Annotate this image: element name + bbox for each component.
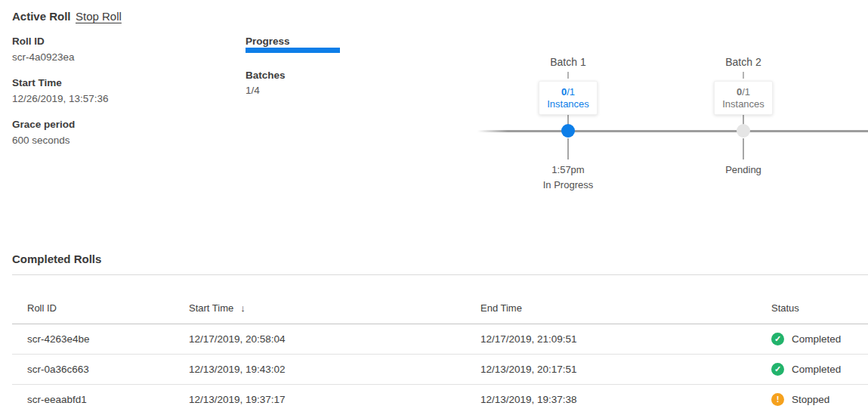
grace-period-value: 600 seconds: [12, 135, 75, 146]
cell-start-time: 12/13/2019, 19:43:02: [189, 364, 480, 375]
status-text: Completed: [792, 364, 841, 375]
batch-instances-label: Instances: [715, 98, 772, 110]
cell-start-time: 12/13/2019, 19:37:17: [189, 394, 480, 405]
column-header-start-time[interactable]: Start Time↓: [189, 302, 480, 324]
cell-roll-id: scr-eeaabfd1: [27, 394, 189, 405]
cell-status: ✓ Completed: [771, 363, 868, 376]
start-time-value: 12/26/2019, 13:57:36: [12, 93, 109, 104]
batch-connector-bottom: [567, 138, 569, 160]
check-circle-icon: ✓: [771, 363, 784, 376]
batch-tick: [567, 72, 569, 79]
progress-bar-fill: [246, 48, 340, 53]
batch-connector-bottom: [743, 138, 744, 160]
batch-instances-card[interactable]: 0/1 Instances: [539, 81, 598, 115]
progress-bar: [246, 48, 340, 53]
batch-instance-count: 0/1: [715, 86, 772, 98]
column-header-status[interactable]: Status: [771, 302, 868, 324]
batch-tick: [743, 72, 744, 79]
column-header-start-time-label: Start Time: [189, 302, 233, 314]
timeline-batch-2: Batch 2 0/1 Instances Pending: [683, 45, 804, 200]
grace-period-label: Grace period: [12, 119, 75, 130]
start-time-label: Start Time: [12, 77, 109, 88]
active-roll-title: Active Roll: [12, 10, 71, 23]
batch-status-dot: [561, 124, 575, 138]
batch-instances-label: Instances: [539, 98, 597, 110]
cell-roll-id: scr-4263e4be: [27, 333, 189, 345]
batch-status-label: In Progress: [508, 179, 629, 191]
cell-end-time: 12/17/2019, 21:09:51: [480, 333, 771, 345]
cell-end-time: 12/13/2019, 19:37:38: [480, 394, 771, 405]
status-text: Completed: [792, 333, 841, 345]
roll-id-value: scr-4a0923ea: [12, 51, 75, 63]
status-text: Stopped: [792, 394, 829, 405]
batch-name: Batch 1: [508, 56, 629, 68]
cell-status: ! Stopped: [771, 393, 868, 406]
table-header-row: Roll ID Start Time↓ End Time Status: [12, 275, 868, 324]
roll-id-label: Roll ID: [12, 36, 75, 47]
batch-time-label: 1:57pm: [508, 164, 629, 175]
roll-id-field: Roll ID scr-4a0923ea: [12, 36, 75, 63]
cell-roll-id: scr-0a36c663: [27, 364, 189, 375]
batches-value: 1/4: [246, 85, 260, 96]
cell-start-time: 12/17/2019, 20:58:04: [189, 333, 480, 345]
batch-status-label: Pending: [683, 164, 804, 175]
timeline-batch-1: Batch 1 0/1 Instances 1:57pm In Progress: [508, 45, 629, 200]
stop-roll-link[interactable]: Stop Roll: [76, 10, 122, 23]
completed-rolls-section: Completed Rolls Roll ID Start Time↓ End …: [12, 252, 868, 412]
sort-descending-icon: ↓: [240, 302, 246, 314]
exclamation-circle-icon: !: [771, 393, 784, 406]
grace-period-field: Grace period 600 seconds: [12, 119, 75, 146]
column-header-end-time[interactable]: End Time: [480, 302, 771, 324]
column-header-roll-id[interactable]: Roll ID: [27, 302, 189, 324]
batch-name: Batch 2: [683, 56, 804, 68]
table-row: scr-0a36c663 12/13/2019, 19:43:02 12/13/…: [12, 355, 868, 385]
batch-instance-count: 0/1: [539, 86, 597, 98]
completed-rolls-title: Completed Rolls: [12, 252, 868, 265]
timeline-line: [477, 130, 868, 132]
cell-status: ✓ Completed: [771, 333, 868, 345]
check-circle-icon: ✓: [771, 333, 784, 345]
progress-label: Progress: [246, 36, 290, 47]
batch-status-dot: [737, 124, 750, 138]
table-row: scr-4263e4be 12/17/2019, 20:58:04 12/17/…: [12, 324, 868, 355]
cell-end-time: 12/13/2019, 20:17:51: [480, 364, 771, 375]
start-time-field: Start Time 12/26/2019, 13:57:36: [12, 77, 109, 104]
batch-instances-card: 0/1 Instances: [714, 81, 773, 115]
table-row: scr-eeaabfd1 12/13/2019, 19:37:17 12/13/…: [12, 385, 868, 412]
batches-label: Batches: [246, 70, 286, 81]
